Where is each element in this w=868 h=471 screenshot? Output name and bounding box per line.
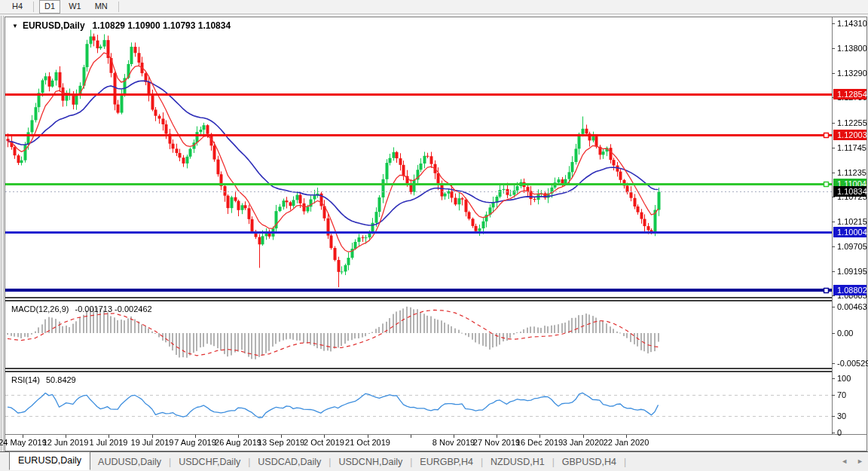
macd-axis-label: -0.005299 bbox=[837, 359, 868, 368]
rsi-axis-label: 100 bbox=[837, 374, 851, 383]
timeframe-button-d1[interactable]: D1 bbox=[39, 0, 60, 14]
toolbar-separator bbox=[33, 2, 34, 12]
ohlc-values: 1.10829 1.10900 1.10793 1.10834 bbox=[93, 20, 231, 31]
rsi-name: RSI(14) bbox=[11, 375, 40, 384]
macd-axis-label: 0.00 bbox=[837, 329, 853, 338]
price-tick-label: 1.13290 bbox=[837, 69, 867, 78]
scroll-left-icon[interactable]: ◄ bbox=[841, 457, 848, 465]
timeframe-button-w1[interactable]: W1 bbox=[63, 0, 87, 14]
price-tick-label: 1.14310 bbox=[837, 19, 867, 28]
chart-title: ▼ EURUSD,Daily 1.10829 1.10900 1.10793 1… bbox=[12, 20, 231, 31]
tab-eurgbp-h4[interactable]: EURGBP,H4 bbox=[412, 457, 481, 467]
scroll-right-icon[interactable]: ► bbox=[857, 457, 863, 465]
chart-window: ▼ EURUSD,Daily 1.10829 1.10900 1.10793 1… bbox=[5, 17, 867, 451]
timeframe-button-h4[interactable]: H4 bbox=[7, 0, 28, 14]
price-tick-label: 1.13800 bbox=[837, 44, 867, 53]
price-badge-1.12854: 1.12854 bbox=[833, 89, 866, 99]
macd-values: -0.001713 -0.002462 bbox=[75, 304, 151, 313]
price-badge-1.08802: 1.08802 bbox=[833, 285, 866, 295]
tab-audusd-daily[interactable]: AUDUSD,Daily bbox=[90, 457, 169, 467]
rsi-axis-label: 70 bbox=[837, 390, 846, 399]
macd-axis-label: 0.00463 bbox=[837, 302, 867, 311]
chart-tab-bar: EURUSD,DailyAUDUSD,Daily|USDCHF,Daily|US… bbox=[0, 451, 868, 471]
tab-eurusd-daily[interactable]: EURUSD,Daily bbox=[9, 451, 90, 470]
rsi-canvas[interactable] bbox=[5, 372, 832, 434]
rsi-axis-label: 0 bbox=[837, 428, 842, 437]
rsi-value: 50.8429 bbox=[46, 375, 76, 384]
price-tick-label: 1.12255 bbox=[837, 118, 867, 127]
date-axis: 24 May 201912 Jun 20191 Jul 201919 Jul 2… bbox=[5, 435, 832, 450]
price-tick-label: 1.12780 bbox=[837, 93, 867, 102]
date-label: 22 Jan 2020 bbox=[594, 438, 658, 447]
tab-gbpusd-h4[interactable]: GBPUSD,H4 bbox=[555, 457, 624, 467]
chevron-down-icon[interactable]: ▼ bbox=[12, 23, 18, 29]
price-tick-label: 1.09195 bbox=[837, 267, 867, 276]
tab-nzdusd-h1[interactable]: NZDUSD,H1 bbox=[483, 457, 552, 467]
price-tick-label: 1.10725 bbox=[837, 192, 867, 201]
mt4-terminal: H4D1W1MN ▼ EURUSD,Daily 1.10829 1.10900 … bbox=[0, 0, 868, 471]
tab-usdchf-daily[interactable]: USDCHF,Daily bbox=[171, 457, 248, 467]
symbol-period-label: EURUSD,Daily bbox=[23, 20, 85, 31]
price-badge-1.12003: 1.12003 bbox=[833, 130, 866, 140]
price-tick-label: 1.08685 bbox=[837, 291, 867, 300]
price-tick-label: 1.09705 bbox=[837, 242, 867, 251]
main-chart-canvas[interactable] bbox=[5, 17, 832, 297]
price-tick-label: 1.11235 bbox=[837, 168, 866, 177]
price-tick-label: 1.11745 bbox=[837, 143, 866, 152]
rsi-axis-label: 30 bbox=[837, 411, 846, 421]
tab-usdcad-daily[interactable]: USDCAD,Daily bbox=[250, 457, 329, 467]
macd-name: MACD(12,26,9) bbox=[11, 304, 69, 313]
toolbar-separator bbox=[118, 2, 119, 12]
tab-scroll-arrows: ◄► bbox=[832, 457, 863, 465]
macd-label: MACD(12,26,9) -0.001713 -0.002462 bbox=[11, 304, 152, 313]
timeframe-button-mn[interactable]: MN bbox=[90, 0, 113, 14]
tab-usdcnh-daily[interactable]: USDCNH,Daily bbox=[331, 457, 410, 467]
price-badge-1.11004: 1.11004 bbox=[833, 179, 866, 189]
price-badge-1.10834: 1.10834 bbox=[833, 186, 866, 197]
date-tick bbox=[411, 435, 411, 438]
window-left-edge bbox=[1, 16, 4, 471]
timeframe-toolbar: H4D1W1MN bbox=[0, 0, 868, 14]
price-axis-line bbox=[832, 17, 833, 435]
date-label: 21 Oct 2019 bbox=[336, 438, 399, 447]
tab-separator: | bbox=[624, 457, 626, 467]
rsi-label: RSI(14) 50.8429 bbox=[11, 375, 76, 384]
price-tick-label: 1.10215 bbox=[837, 217, 867, 226]
price-badge-1.10004: 1.10004 bbox=[833, 227, 866, 237]
